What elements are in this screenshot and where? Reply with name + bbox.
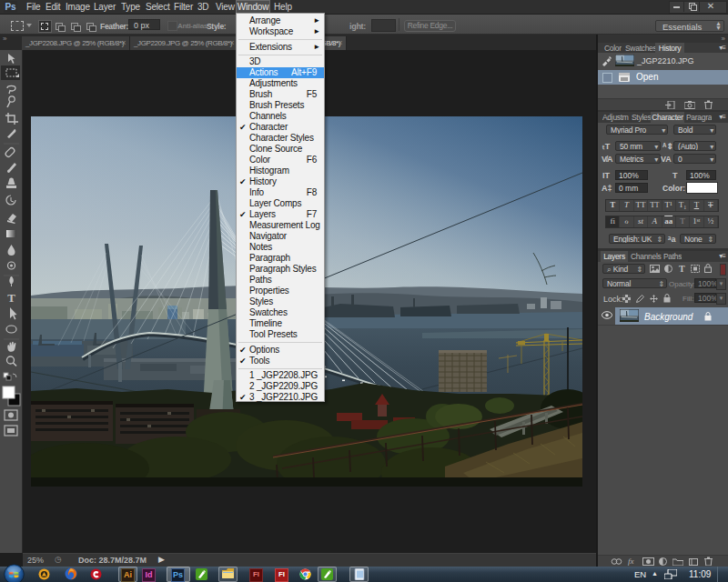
svg-text:T: T	[7, 291, 15, 305]
